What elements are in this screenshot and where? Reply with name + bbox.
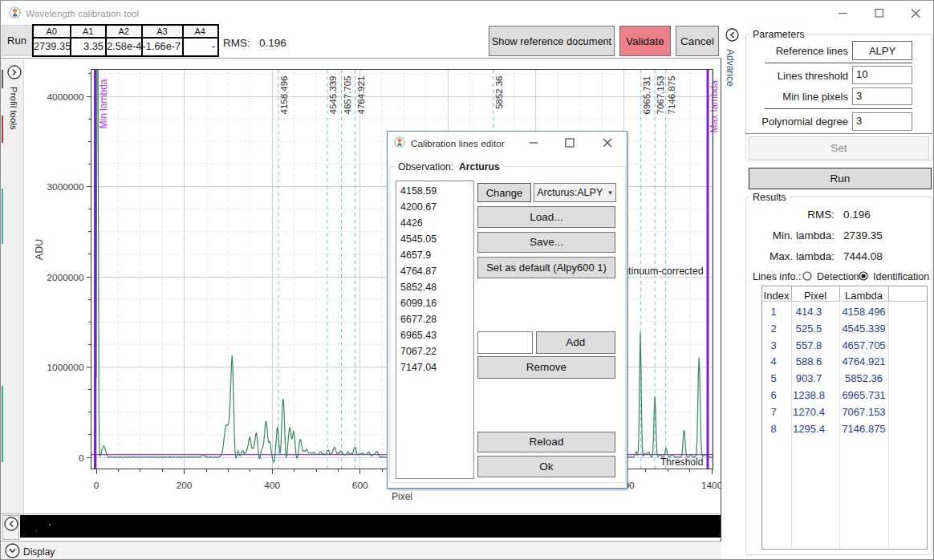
svg-text:4764.921: 4764.921: [356, 76, 366, 115]
svg-text:1400: 1400: [701, 480, 723, 491]
svg-text:Pixel: Pixel: [392, 491, 412, 502]
svg-text:Min lambda: Min lambda: [98, 79, 109, 128]
svg-text:6965.731: 6965.731: [642, 76, 652, 115]
svg-text:4657.705: 4657.705: [343, 76, 352, 115]
svg-text:Threshold: Threshold: [660, 457, 703, 468]
svg-text:7067.153: 7067.153: [656, 76, 665, 115]
svg-text:3000000: 3000000: [47, 181, 84, 193]
svg-text:0: 0: [94, 480, 99, 491]
svg-text:400: 400: [264, 480, 280, 491]
svg-text:2000000: 2000000: [47, 272, 84, 283]
svg-text:0: 0: [79, 452, 84, 464]
svg-text:ADU: ADU: [34, 239, 45, 260]
svg-text:7146.875: 7146.875: [667, 76, 676, 115]
svg-text:4000000: 4000000: [47, 91, 84, 103]
svg-text:200: 200: [177, 480, 193, 491]
svg-text:1000000: 1000000: [47, 362, 84, 373]
svg-text:Max lambda: Max lambda: [709, 80, 720, 133]
svg-text:5852.36: 5852.36: [494, 76, 504, 110]
svg-text:4158.496: 4158.496: [279, 76, 289, 115]
svg-text:600: 600: [352, 480, 368, 491]
svg-text:4545.339: 4545.339: [328, 76, 338, 115]
